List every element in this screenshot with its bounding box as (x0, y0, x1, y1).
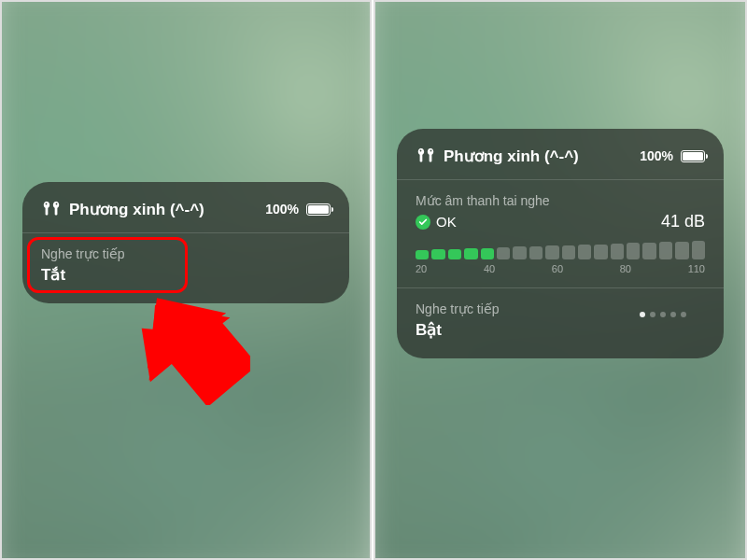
card-header: Phương xinh (^-^) 100% (41, 199, 331, 219)
scale-tick: 60 (552, 263, 563, 274)
meter-bar (578, 245, 591, 259)
meter-bar (627, 243, 640, 259)
meter-bar (659, 242, 672, 259)
level-dot (681, 312, 686, 317)
right-panel: Phương xinh (^-^) 100% Mức âm thanh tai … (374, 0, 747, 560)
level-scale: 20406080110 (416, 263, 705, 274)
scale-tick: 80 (620, 263, 631, 274)
level-dot (640, 312, 645, 317)
live-listen-value: Bật (416, 320, 705, 340)
battery-percent: 100% (265, 202, 299, 217)
meter-bar (481, 248, 494, 259)
db-value: 41 dB (661, 212, 705, 231)
meter-bar (692, 241, 705, 259)
svg-marker-2 (131, 285, 243, 397)
level-dot (670, 312, 676, 317)
level-meter (416, 239, 705, 259)
scale-tick: 20 (416, 263, 427, 274)
meter-bar (642, 243, 655, 259)
live-listen-value: Tắt (41, 265, 331, 285)
status-ok: OK (436, 214, 655, 230)
battery-percent: 100% (640, 148, 673, 163)
airpods-icon (41, 199, 62, 219)
meter-bar (545, 245, 558, 259)
meter-bar (594, 245, 607, 259)
level-dot (660, 312, 666, 317)
card-header: Phương xinh (^-^) 100% (416, 146, 705, 166)
meter-bar (431, 249, 444, 259)
battery-icon (681, 150, 705, 162)
scale-tick: 40 (484, 263, 495, 274)
meter-bar (675, 242, 688, 259)
live-listen-label: Nghe trực tiếp (41, 246, 331, 261)
divider (397, 179, 724, 180)
airpods-icon (416, 146, 436, 166)
live-listen-row[interactable]: Nghe trực tiếp Bật (416, 301, 705, 340)
meter-bar (416, 250, 429, 259)
scale-tick: 110 (688, 263, 705, 274)
annotation-arrow-icon (131, 285, 243, 397)
meter-bar (464, 248, 477, 259)
device-name: Phương xinh (^-^) (69, 200, 258, 219)
divider (22, 232, 349, 233)
divider (397, 287, 724, 288)
live-listen-row[interactable]: Nghe trực tiếp Tắt (41, 246, 331, 285)
meter-bar (529, 246, 543, 259)
live-listen-level-dots (640, 312, 686, 317)
headphone-level-label: Mức âm thanh tai nghe (416, 193, 705, 208)
level-dot (650, 312, 655, 317)
meter-bar (562, 245, 575, 259)
meter-bar (611, 244, 624, 259)
meter-bar (513, 246, 526, 259)
meter-bar (497, 247, 510, 259)
headphone-level-status-row: OK 41 dB (416, 212, 705, 231)
device-name: Phương xinh (^-^) (444, 147, 632, 166)
left-panel: Phương xinh (^-^) 100% Nghe trực tiếp Tắ… (0, 0, 372, 560)
battery-icon (306, 203, 331, 216)
meter-bar (448, 249, 461, 259)
hearing-control-expanded-card[interactable]: Phương xinh (^-^) 100% Mức âm thanh tai … (397, 129, 724, 358)
checkmark-icon (416, 215, 430, 230)
